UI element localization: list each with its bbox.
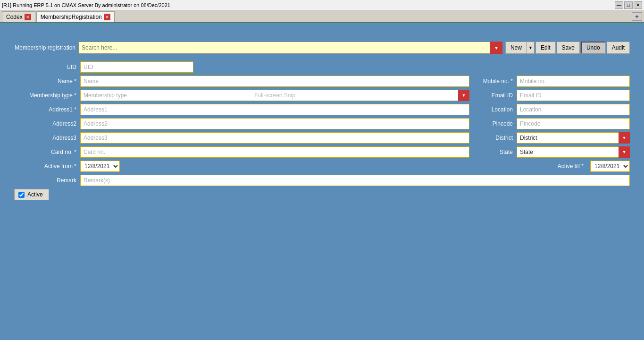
save-button[interactable]: Save xyxy=(557,42,580,54)
email-label: Email ID xyxy=(474,92,517,99)
state-field: State State xyxy=(474,146,630,158)
new-button[interactable]: New xyxy=(505,42,527,54)
name-label: Name * xyxy=(14,78,80,85)
location-input[interactable] xyxy=(517,104,630,115)
mobile-input[interactable] xyxy=(517,76,630,87)
tab-codex[interactable]: Codex ✕ xyxy=(2,11,35,22)
minimize-button[interactable]: — xyxy=(615,1,623,9)
address1-location-row: Address1 * Location xyxy=(14,104,630,115)
membership-input[interactable] xyxy=(80,90,469,101)
active-wrap: Active xyxy=(14,189,630,200)
state-select-wrap: State xyxy=(517,146,630,158)
toolbar-buttons: New ▼ Edit Save Undo Audit xyxy=(505,42,630,54)
address3-input[interactable] xyxy=(80,132,469,144)
location-label: Location xyxy=(474,106,517,113)
tab-membership-label: MembershipRegistration xyxy=(41,14,102,20)
tab-membership[interactable]: MembershipRegistration ✕ xyxy=(36,11,115,22)
main-content: Membership registration New ▼ Edit Save … xyxy=(0,23,644,214)
address1-input[interactable] xyxy=(80,104,469,115)
mobile-label: Mobile no. * xyxy=(474,78,517,85)
state-select[interactable]: State xyxy=(517,146,630,158)
edit-button[interactable]: Edit xyxy=(535,42,556,54)
tab-codex-close[interactable]: ✕ xyxy=(25,14,31,20)
new-button-wrap: New ▼ xyxy=(505,42,535,54)
membership-field: Membership type * Full-screen Snip ▼ xyxy=(14,90,469,101)
active-checkbox-container: Active xyxy=(14,189,49,200)
address3-label: Address3 xyxy=(14,135,80,141)
undo-button[interactable]: Undo xyxy=(581,42,606,54)
district-select-wrap: District xyxy=(517,132,630,144)
remark-label: Remark xyxy=(14,177,80,184)
membership-label: Membership type * xyxy=(14,92,80,99)
district-field: District District xyxy=(474,132,630,144)
name-mobile-row: Name * Mobile no. * xyxy=(14,76,630,87)
name-input[interactable] xyxy=(80,76,469,87)
location-field: Location xyxy=(474,104,630,115)
district-select[interactable]: District xyxy=(517,132,630,144)
address2-pincode-row: Address2 Pincode xyxy=(14,118,630,129)
title-bar: [R1] Running ERP 5.1 on CMAX Server By a… xyxy=(0,0,644,10)
active-checkbox[interactable] xyxy=(18,192,25,198)
activetill-label: Active till * xyxy=(558,163,587,170)
search-dropdown-button[interactable] xyxy=(490,42,502,54)
cardno-field: Card no. * xyxy=(14,146,469,158)
pincode-input[interactable] xyxy=(517,118,630,129)
pincode-label: Pincode xyxy=(474,120,517,127)
cardno-label: Card no. * xyxy=(14,149,80,155)
pincode-field: Pincode xyxy=(474,118,630,129)
membership-email-row: Membership type * Full-screen Snip ▼ Ema… xyxy=(14,90,630,101)
new-dropdown-button[interactable]: ▼ xyxy=(527,42,535,54)
address1-label: Address1 * xyxy=(14,106,80,113)
remark-row: Remark xyxy=(14,175,630,186)
maximize-button[interactable]: □ xyxy=(624,1,633,9)
toolbar-row: Membership registration New ▼ Edit Save … xyxy=(14,42,630,54)
uid-input[interactable] xyxy=(80,61,193,73)
search-input[interactable] xyxy=(78,42,502,54)
address1-field: Address1 * xyxy=(14,104,469,115)
name-field: Name * xyxy=(14,76,469,87)
address2-field: Address2 xyxy=(14,118,469,129)
state-label: State xyxy=(474,149,517,155)
tab-membership-close[interactable]: ✕ xyxy=(104,14,110,20)
uid-label: UID xyxy=(14,64,80,70)
audit-button[interactable]: Audit xyxy=(607,42,630,54)
district-label: District xyxy=(474,135,517,141)
tab-codex-label: Codex xyxy=(6,14,23,20)
cardno-input[interactable] xyxy=(80,146,469,158)
active-label: Active xyxy=(27,191,43,198)
address3-district-row: Address3 District District xyxy=(14,132,630,144)
form-panel: Membership registration New ▼ Edit Save … xyxy=(14,37,630,205)
membership-registration-label: Membership registration xyxy=(14,44,75,51)
tab-bar: Codex ✕ MembershipRegistration ✕ + xyxy=(0,10,644,23)
close-button[interactable]: ✕ xyxy=(634,1,642,9)
uid-row: UID xyxy=(14,61,630,73)
activetill-select[interactable]: 12/8/2021 xyxy=(590,161,630,172)
tab-add-button[interactable]: + xyxy=(632,12,642,21)
address2-input[interactable] xyxy=(80,118,469,129)
date-row: Active from * 12/8/2021 Active till * 12… xyxy=(14,161,630,172)
mobile-field: Mobile no. * xyxy=(474,76,630,87)
remark-input[interactable] xyxy=(80,175,630,186)
email-field: Email ID xyxy=(474,90,630,101)
address3-field: Address3 xyxy=(14,132,469,144)
window-controls: — □ ✕ xyxy=(615,1,642,9)
activefrom-label: Active from * xyxy=(14,163,80,170)
title-text: [R1] Running ERP 5.1 on CMAX Server By a… xyxy=(2,2,170,8)
email-input[interactable] xyxy=(517,90,630,101)
address2-label: Address2 xyxy=(14,120,80,127)
search-wrap xyxy=(78,42,502,54)
membership-input-wrap: Full-screen Snip ▼ xyxy=(80,90,469,101)
cardno-state-row: Card no. * State State xyxy=(14,146,630,158)
activefrom-select[interactable]: 12/8/2021 xyxy=(80,161,120,172)
